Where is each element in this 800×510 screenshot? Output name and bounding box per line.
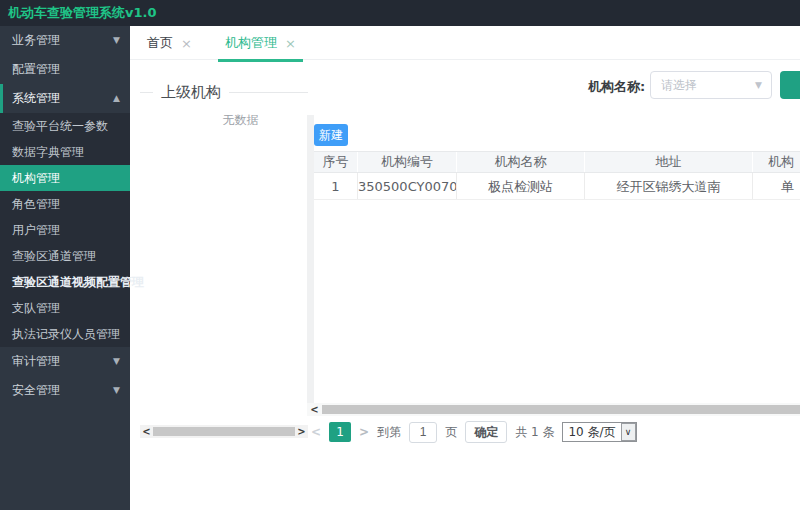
- page-size-select[interactable]: 10 条/页 ∨: [562, 422, 636, 442]
- table-row: 1 350500CY0070 极点检测站 经开区锦绣大道南 单: [314, 173, 800, 200]
- scrollbar-thumb[interactable]: [322, 405, 800, 414]
- cell-seq: 1: [314, 173, 358, 199]
- tab-bar: 首页 × 机构管理 ×: [130, 26, 800, 60]
- sidebar: 业务管理 ▼ 配置管理 系统管理 ▲ 查验平台统一参数 数据字典管理 机构管理 …: [0, 26, 130, 510]
- sidebar-item-user-mgmt[interactable]: 用户管理: [0, 217, 130, 243]
- tab-home[interactable]: 首页 ×: [140, 26, 199, 60]
- table-header-row: 序号 机构编号 机构名称 地址 机构: [314, 151, 800, 173]
- tree-empty-text: 无数据: [168, 112, 313, 129]
- sidebar-item-audit-mgmt[interactable]: 审计管理 ▼: [0, 347, 130, 376]
- sidebar-item-security-mgmt[interactable]: 安全管理 ▼: [0, 376, 130, 405]
- pagination: < 1 > 到第 页 确定 共 1 条 10 条/页 ∨: [311, 421, 645, 443]
- chevron-down-icon: ▼: [113, 347, 120, 376]
- close-icon[interactable]: ×: [181, 37, 192, 50]
- cell-address: 经开区锦绣大道南: [585, 173, 753, 199]
- app-title: 机动车查验管理系统v1.0: [8, 0, 157, 26]
- top-header: 机动车查验管理系统v1.0: [0, 0, 800, 26]
- chevron-down-icon: ▼: [113, 26, 120, 55]
- tab-label: 首页: [147, 34, 173, 52]
- pagination-confirm-button[interactable]: 确定: [465, 421, 507, 443]
- tab-org-mgmt[interactable]: 机构管理 ×: [218, 28, 303, 62]
- sidebar-item-org-mgmt[interactable]: 机构管理: [0, 165, 130, 191]
- sidebar-item-label: 安全管理: [12, 383, 60, 397]
- table-horizontal-scrollbar[interactable]: <: [307, 403, 800, 416]
- sidebar-item-label: 系统管理: [12, 91, 60, 105]
- section-title-text: 上级机构: [161, 83, 221, 102]
- header-seq: 序号: [314, 152, 358, 172]
- scroll-right-icon[interactable]: >: [295, 425, 308, 438]
- app-window: 机动车查验管理系统v1.0 业务管理 ▼ 配置管理 系统管理 ▲ 查验平台统一参…: [0, 0, 800, 510]
- org-name-filter-label: 机构名称:: [588, 78, 645, 96]
- new-button[interactable]: 新建: [314, 124, 348, 146]
- sidebar-item-lane-mgmt[interactable]: 查验区通道管理: [0, 243, 130, 269]
- pagination-next-icon[interactable]: >: [359, 425, 369, 439]
- header-org-code: 机构编号: [358, 152, 457, 172]
- chevron-up-icon: ▲: [113, 84, 120, 113]
- close-icon[interactable]: ×: [285, 37, 296, 50]
- chevron-down-icon: ▼: [755, 72, 762, 98]
- sidebar-item-platform-params[interactable]: 查验平台统一参数: [0, 113, 130, 139]
- search-button[interactable]: [780, 71, 800, 99]
- sidebar-item-label: 配置管理: [12, 62, 60, 76]
- sidebar-item-role-mgmt[interactable]: 角色管理: [0, 191, 130, 217]
- sidebar-item-config-mgmt[interactable]: 配置管理: [0, 55, 130, 84]
- pagination-page-unit: 页: [445, 424, 457, 441]
- pagination-goto-label: 到第: [377, 424, 401, 441]
- page-size-value: 10 条/页: [568, 424, 615, 441]
- cell-org-type: 单: [753, 173, 800, 199]
- scrollbar-thumb[interactable]: [153, 427, 295, 436]
- org-name-select[interactable]: 请选择 ▼: [650, 71, 772, 99]
- sidebar-item-data-dictionary[interactable]: 数据字典管理: [0, 139, 130, 165]
- scroll-left-icon[interactable]: <: [307, 403, 322, 416]
- sidebar-item-detachment-mgmt[interactable]: 支队管理: [0, 295, 130, 321]
- chevron-down-icon: ∨: [621, 423, 636, 441]
- parent-org-section-title: 上级机构: [140, 82, 308, 102]
- vertical-scrollbar-track[interactable]: [307, 115, 314, 403]
- sidebar-item-system-mgmt[interactable]: 系统管理 ▲: [0, 84, 130, 113]
- sidebar-submenu-system: 查验平台统一参数 数据字典管理 机构管理 角色管理 用户管理 查验区通道管理 查…: [0, 113, 130, 347]
- header-address: 地址: [585, 152, 753, 172]
- sidebar-item-lane-video-config[interactable]: 查验区通道视频配置管理: [0, 269, 130, 295]
- divider-line: [140, 92, 153, 93]
- cell-org-name: 极点检测站: [457, 173, 585, 199]
- header-org-type: 机构: [753, 152, 800, 172]
- pagination-prev-icon[interactable]: <: [311, 425, 321, 439]
- pagination-page-1[interactable]: 1: [329, 422, 351, 442]
- header-org-name: 机构名称: [457, 152, 585, 172]
- sidebar-item-label: 审计管理: [12, 354, 60, 368]
- pagination-page-input[interactable]: [409, 422, 437, 443]
- pagination-total-label: 共 1 条: [515, 424, 554, 441]
- tree-horizontal-scrollbar[interactable]: < >: [140, 425, 308, 438]
- select-placeholder: 请选择: [661, 72, 697, 98]
- cell-org-code: 350500CY0070: [358, 173, 457, 199]
- divider-line: [229, 92, 308, 93]
- org-table: 序号 机构编号 机构名称 地址 机构 1 350500CY0070 极点检测站 …: [314, 151, 800, 200]
- sidebar-item-label: 业务管理: [12, 33, 60, 47]
- sidebar-item-recorder-personnel[interactable]: 执法记录仪人员管理: [0, 321, 130, 347]
- chevron-down-icon: ▼: [113, 376, 120, 405]
- tab-label: 机构管理: [225, 34, 277, 52]
- sidebar-item-business-mgmt[interactable]: 业务管理 ▼: [0, 26, 130, 55]
- scroll-left-icon[interactable]: <: [140, 425, 153, 438]
